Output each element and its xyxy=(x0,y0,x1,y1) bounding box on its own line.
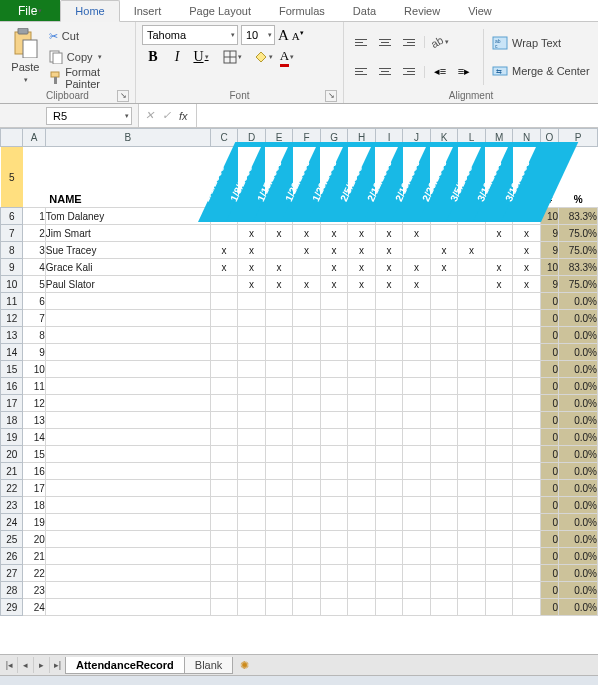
row-header[interactable]: 8 xyxy=(1,242,23,259)
cell-count[interactable]: 0 xyxy=(540,429,558,446)
align-middle-button[interactable] xyxy=(374,32,396,52)
row-header[interactable]: 28 xyxy=(1,582,23,599)
cell-attendance[interactable] xyxy=(458,327,486,344)
cell-attendance[interactable]: x xyxy=(238,225,266,242)
font-size-combo[interactable]: 10 ▾ xyxy=(241,25,275,45)
cell-attendance[interactable] xyxy=(210,565,238,582)
cell-name[interactable] xyxy=(45,463,210,480)
fill-color-button[interactable]: ▾ xyxy=(252,47,274,67)
cell[interactable]: 16 xyxy=(23,463,45,480)
cell-name[interactable] xyxy=(45,395,210,412)
cell-attendance[interactable] xyxy=(403,599,431,616)
dialog-launcher-icon[interactable]: ↘ xyxy=(117,90,129,102)
cell-attendance[interactable] xyxy=(210,293,238,310)
cell-count[interactable]: 9 xyxy=(540,276,558,293)
cell-attendance[interactable]: x xyxy=(513,225,541,242)
fx-button[interactable]: fx xyxy=(179,110,188,122)
cell-name[interactable] xyxy=(45,344,210,361)
cell-attendance[interactable] xyxy=(485,429,513,446)
grow-font-button[interactable]: A xyxy=(278,27,289,44)
cell-attendance[interactable]: x xyxy=(375,242,403,259)
cell-attendance[interactable] xyxy=(210,327,238,344)
cell-attendance[interactable] xyxy=(265,395,293,412)
cell-attendance[interactable] xyxy=(320,361,348,378)
ribbon-tab-data[interactable]: Data xyxy=(339,0,390,21)
cell[interactable]: 19 xyxy=(23,514,45,531)
cell-attendance[interactable] xyxy=(348,293,376,310)
cell-attendance[interactable] xyxy=(293,259,321,276)
cell-attendance[interactable] xyxy=(238,395,266,412)
cell-attendance[interactable] xyxy=(210,395,238,412)
cell-attendance[interactable] xyxy=(485,293,513,310)
cell-attendance[interactable]: x xyxy=(403,276,431,293)
cell-attendance[interactable]: x xyxy=(238,242,266,259)
cell[interactable]: 2 xyxy=(23,225,45,242)
cell-attendance[interactable] xyxy=(430,480,458,497)
cell-attendance[interactable] xyxy=(348,565,376,582)
cell-attendance[interactable] xyxy=(238,497,266,514)
cell-attendance[interactable] xyxy=(265,327,293,344)
cell-percent[interactable]: 0.0% xyxy=(559,310,598,327)
cell-attendance[interactable]: x xyxy=(485,225,513,242)
cell-attendance[interactable]: x xyxy=(513,276,541,293)
cell-attendance[interactable] xyxy=(513,446,541,463)
cell[interactable]: 7 xyxy=(23,310,45,327)
cell-attendance[interactable] xyxy=(265,582,293,599)
cell[interactable]: 9 xyxy=(23,344,45,361)
cell-attendance[interactable] xyxy=(210,548,238,565)
cell-count[interactable]: 9 xyxy=(540,242,558,259)
cell-attendance[interactable] xyxy=(430,565,458,582)
cell-count[interactable]: 10 xyxy=(540,259,558,276)
cell-attendance[interactable] xyxy=(265,378,293,395)
cell-count[interactable]: 0 xyxy=(540,327,558,344)
cell-attendance[interactable] xyxy=(485,565,513,582)
cell-attendance[interactable] xyxy=(293,327,321,344)
sheet-tab-attendancerecord[interactable]: AttendanceRecord xyxy=(65,657,185,674)
cell-attendance[interactable]: x xyxy=(265,276,293,293)
cell-attendance[interactable] xyxy=(375,463,403,480)
cell-attendance[interactable] xyxy=(210,531,238,548)
cell-name[interactable] xyxy=(45,310,210,327)
cell-attendance[interactable] xyxy=(513,514,541,531)
cell-count[interactable]: 0 xyxy=(540,446,558,463)
cell-attendance[interactable] xyxy=(265,429,293,446)
cell[interactable]: 4 xyxy=(23,259,45,276)
cell-attendance[interactable] xyxy=(375,599,403,616)
cell-attendance[interactable] xyxy=(430,395,458,412)
cell-attendance[interactable] xyxy=(458,531,486,548)
cell-attendance[interactable] xyxy=(265,344,293,361)
shrink-font-button[interactable]: A▾ xyxy=(292,29,304,42)
cell-attendance[interactable] xyxy=(458,463,486,480)
cell-attendance[interactable] xyxy=(458,225,486,242)
cell-name[interactable] xyxy=(45,497,210,514)
row-header[interactable]: 6 xyxy=(1,208,23,225)
ribbon-tab-review[interactable]: Review xyxy=(390,0,454,21)
cell-attendance[interactable] xyxy=(348,548,376,565)
cell-name[interactable] xyxy=(45,582,210,599)
cell-attendance[interactable] xyxy=(430,225,458,242)
cell-attendance[interactable] xyxy=(430,293,458,310)
cell-count[interactable]: 0 xyxy=(540,599,558,616)
cell-attendance[interactable] xyxy=(320,599,348,616)
cell-attendance[interactable] xyxy=(458,361,486,378)
cell-percent[interactable]: 0.0% xyxy=(559,344,598,361)
sheet-nav-prev[interactable]: ◂ xyxy=(18,657,34,673)
cell-attendance[interactable] xyxy=(513,361,541,378)
cell-attendance[interactable] xyxy=(458,378,486,395)
cell-attendance[interactable] xyxy=(210,582,238,599)
cell-attendance[interactable] xyxy=(403,429,431,446)
cell-attendance[interactable] xyxy=(458,310,486,327)
cell-attendance[interactable] xyxy=(375,412,403,429)
cell-attendance[interactable] xyxy=(238,310,266,327)
cell-attendance[interactable] xyxy=(403,395,431,412)
cell-name[interactable] xyxy=(45,599,210,616)
cell-attendance[interactable] xyxy=(238,514,266,531)
cell-attendance[interactable] xyxy=(320,582,348,599)
cell[interactable]: 6 xyxy=(23,293,45,310)
row-header[interactable]: 22 xyxy=(1,480,23,497)
cell-attendance[interactable] xyxy=(320,497,348,514)
cell-attendance[interactable] xyxy=(375,344,403,361)
cell-attendance[interactable] xyxy=(485,395,513,412)
cell-attendance[interactable] xyxy=(210,480,238,497)
cell-attendance[interactable] xyxy=(320,412,348,429)
